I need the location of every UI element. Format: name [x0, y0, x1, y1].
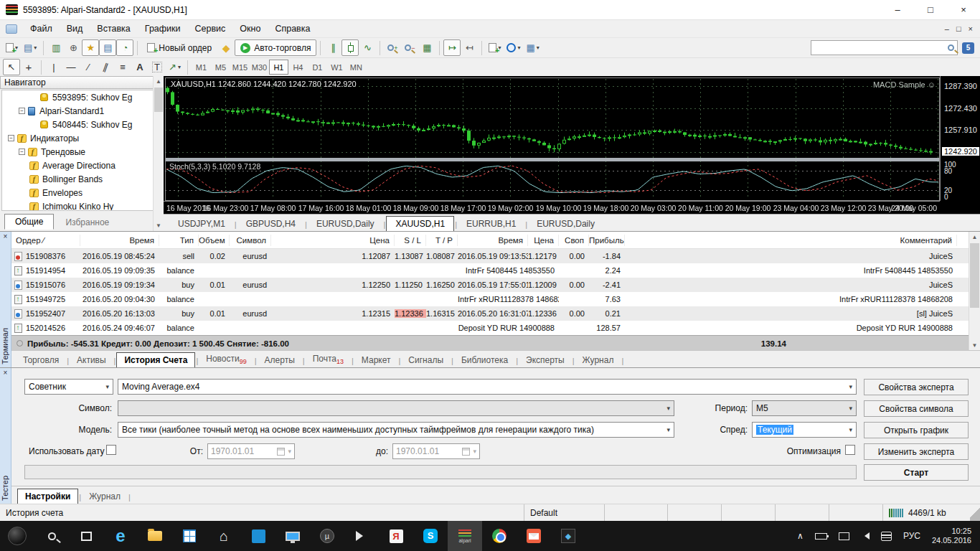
zoom-out-button[interactable]: −: [401, 39, 418, 56]
vertical-line-button[interactable]: |: [45, 59, 62, 75]
auto-scroll-button[interactable]: ↦: [443, 39, 461, 56]
crosshair-tool-button[interactable]: +: [20, 59, 37, 75]
horizontal-line-button[interactable]: —: [62, 59, 80, 75]
tree-collapse-icon[interactable]: −: [19, 108, 25, 114]
navigator-item[interactable]: fBollinger Bands: [2, 172, 161, 186]
notification-center-icon[interactable]: [881, 532, 892, 541]
menu-item-0[interactable]: Файл: [23, 22, 60, 36]
profile-indicator[interactable]: Default: [524, 504, 604, 521]
navigator-scrollbar[interactable]: ▲ ▼: [153, 76, 164, 231]
expert-properties-button[interactable]: Свойства эксперта: [864, 379, 969, 395]
menu-item-4[interactable]: Сервис: [188, 22, 233, 36]
terminal-close-icon[interactable]: ×: [0, 232, 11, 242]
remote-desktop-icon[interactable]: [275, 521, 310, 551]
channel-button[interactable]: ∥: [97, 59, 114, 75]
label-tool-button[interactable]: T: [149, 59, 166, 75]
navigator-item[interactable]: −fТрендовые: [2, 145, 161, 159]
menu-item-6[interactable]: Справка: [268, 22, 317, 36]
maximize-button[interactable]: □: [914, 0, 947, 20]
scroll-up-icon[interactable]: ▲: [154, 76, 164, 87]
resize-grip[interactable]: [970, 504, 980, 521]
yandex-icon[interactable]: Я: [379, 521, 413, 551]
autotrade-button[interactable]: ▶Авто-торговля: [235, 39, 316, 56]
column-header[interactable]: Прибыль: [589, 235, 625, 246]
terminal-tab[interactable]: Библиотека: [454, 353, 515, 367]
mdi-close-button[interactable]: ×: [969, 24, 973, 33]
period-select[interactable]: M5▾: [752, 400, 857, 416]
scroll-up-icon[interactable]: ▲: [969, 232, 980, 242]
store-icon[interactable]: [172, 521, 207, 551]
timeframe-mn-button[interactable]: MN: [347, 60, 366, 75]
history-row[interactable]: 1519083762016.05.19 08:45:24sell0.02euru…: [11, 249, 969, 263]
open-chart-button[interactable]: Открыть график: [864, 422, 969, 438]
navigator-item[interactable]: −fИндикаторы: [2, 131, 161, 145]
column-header[interactable]: S / L: [395, 235, 426, 246]
notification-bubble[interactable]: 5: [962, 42, 974, 54]
volume-icon[interactable]: [861, 532, 870, 540]
timeframe-m30-button[interactable]: M30: [250, 60, 269, 75]
strategy-tester-button[interactable]: ◔: [116, 39, 133, 56]
navigator-item[interactable]: fAverage Directiona: [2, 159, 161, 172]
trendline-button[interactable]: ∕: [80, 59, 97, 75]
navigator-tab-active[interactable]: Общие: [4, 214, 54, 230]
candlestick-chart-button[interactable]: [341, 39, 359, 56]
home-icon[interactable]: ⌂: [207, 521, 241, 551]
history-scrollbar[interactable]: ▲ ▼: [969, 232, 980, 351]
templates-button[interactable]: ▦▾: [523, 39, 542, 56]
search-icon[interactable]: [948, 44, 954, 51]
chart-tab[interactable]: EURUSD,Daily: [308, 217, 383, 231]
price-scale[interactable]: 1287.3901272.4301257.9101242.92010080200: [940, 76, 980, 201]
time-scale[interactable]: 16 May 201616 May 23:0017 May 08:0017 Ma…: [164, 201, 940, 214]
file-explorer-icon[interactable]: [138, 521, 172, 551]
timeframe-m5-button[interactable]: M5: [211, 60, 230, 75]
fibonacci-button[interactable]: ≡: [114, 59, 131, 75]
photos-icon[interactable]: ◆: [551, 521, 585, 551]
terminal-tab[interactable]: Торговля: [16, 353, 66, 367]
minimize-button[interactable]: –: [881, 0, 914, 20]
history-row[interactable]: 1519149542016.05.19 09:09:35balanceIntrF…: [11, 263, 969, 278]
column-header[interactable]: Символ: [230, 235, 271, 246]
history-row[interactable]: 1519524072016.05.20 16:13:03buy0.01eurus…: [11, 306, 969, 321]
tree-collapse-icon[interactable]: −: [19, 149, 25, 155]
model-select[interactable]: Все тики (наиболее точный метод на основ…: [118, 422, 674, 438]
column-header[interactable]: T / P: [426, 235, 458, 246]
terminal-tab[interactable]: Активы: [70, 353, 113, 367]
terminal-tab[interactable]: Алерты: [258, 353, 302, 367]
metaeditor-button[interactable]: ◆: [217, 39, 235, 56]
chart-tab[interactable]: GBPUSD,H4: [237, 217, 304, 231]
terminal-tab[interactable]: История Счета: [116, 352, 195, 367]
close-button[interactable]: ×: [947, 0, 980, 20]
alpari-icon[interactable]: alpari: [448, 521, 482, 551]
network-icon[interactable]: [839, 532, 849, 540]
modify-expert-button[interactable]: Изменить эксперта: [864, 443, 969, 460]
chrome-icon[interactable]: [482, 521, 517, 551]
calendar-icon[interactable]: [277, 448, 285, 456]
chart-tab[interactable]: EURRUB,H1: [458, 217, 524, 231]
tile-windows-button[interactable]: ▦: [418, 39, 435, 56]
tester-tab[interactable]: Журнал: [82, 489, 128, 504]
tree-collapse-icon[interactable]: −: [8, 135, 14, 141]
terminal-tab[interactable]: Маркет: [354, 353, 398, 367]
timeframe-h1-button[interactable]: H1: [269, 60, 288, 75]
symbol-select[interactable]: ▾: [118, 400, 674, 416]
navigator-item[interactable]: fEnvelopes: [2, 186, 161, 199]
periods-button[interactable]: ▾: [504, 39, 523, 56]
navigator-button[interactable]: ★: [82, 39, 99, 56]
tester-tab[interactable]: Настройки: [17, 489, 78, 504]
navigator-item[interactable]: 5593895: Sukhov Eg: [2, 90, 161, 104]
tester-type-select[interactable]: Советник▾: [24, 379, 113, 395]
start-button[interactable]: Старт: [864, 464, 969, 481]
column-header[interactable]: Ордер ∕: [11, 235, 80, 246]
column-header[interactable]: Время: [80, 235, 159, 246]
history-row[interactable]: 1520145262016.05.24 09:46:07balanceDepos…: [11, 321, 969, 335]
mdi-restore-button[interactable]: □: [956, 24, 961, 33]
history-row[interactable]: 1519497252016.05.20 09:04:30balanceIntrF…: [11, 292, 969, 306]
terminal-tab[interactable]: Эксперты: [519, 353, 572, 367]
terminal-tab[interactable]: Сигналы: [401, 353, 451, 367]
expert-select[interactable]: Moving Average.ex4▾: [118, 379, 857, 395]
column-header[interactable]: Объем: [199, 235, 230, 246]
column-header[interactable]: Время: [458, 235, 528, 246]
chart-window-icon[interactable]: [6, 24, 17, 34]
edge-icon[interactable]: e: [103, 521, 138, 551]
menu-item-1[interactable]: Вид: [60, 22, 90, 36]
